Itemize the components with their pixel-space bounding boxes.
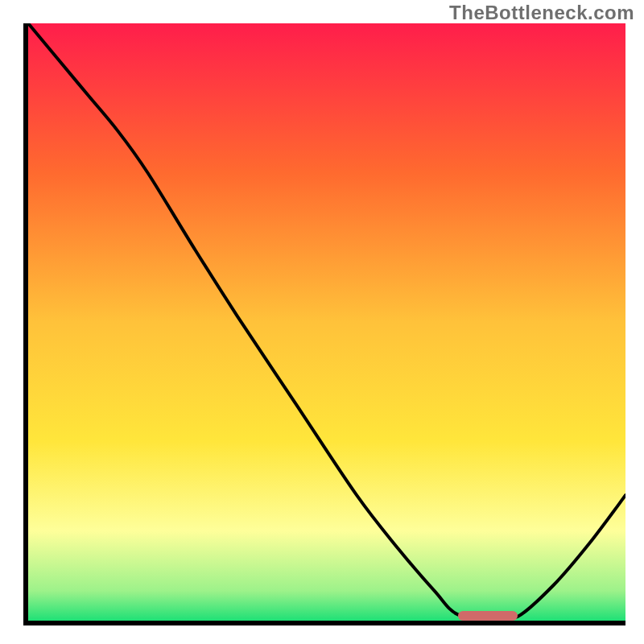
- optimum-marker: [458, 611, 518, 621]
- watermark-text: TheBottleneck.com: [449, 2, 634, 24]
- plot-area: [28, 23, 625, 621]
- plot-frame: [23, 23, 625, 625]
- data-curve: [28, 23, 625, 621]
- chart-root: TheBottleneck.com: [0, 0, 644, 644]
